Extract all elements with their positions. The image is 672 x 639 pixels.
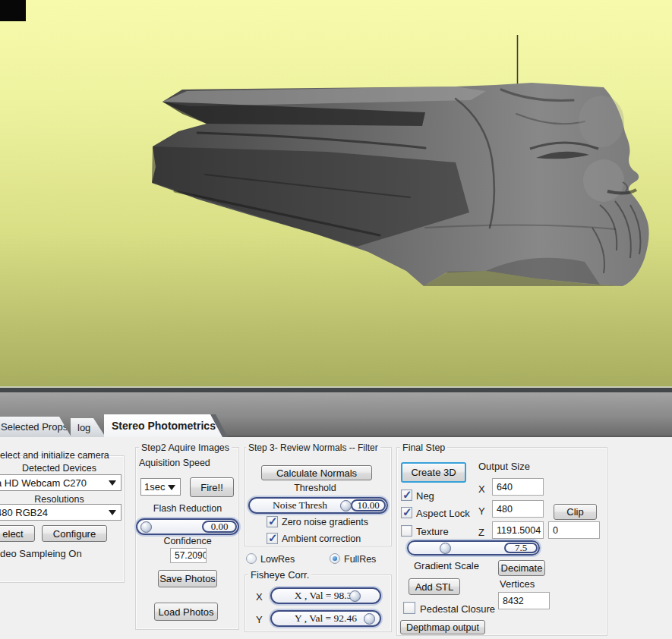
select-button[interactable]: elect (0, 525, 35, 542)
gradient-scale-slider[interactable]: 7.5 (407, 540, 540, 556)
button-label: Load Photos (158, 606, 213, 618)
detected-devices-label: Detected Devices (6, 463, 112, 474)
fullres-label: FullRes (344, 554, 376, 565)
flash-reduction-label: Flash Reduction (138, 503, 237, 514)
3d-face-mesh (144, 27, 672, 387)
neg-checkbox[interactable] (401, 489, 412, 501)
fisheye-x-slider[interactable]: X , Val = 98.33 (270, 587, 381, 604)
device-combobox[interactable]: a HD Webcam C270 (0, 474, 121, 491)
calculate-normals-button[interactable]: Calculate Normals (261, 465, 372, 480)
ambient-correction-label: Ambient correction (282, 534, 361, 544)
step2-title: Step2 Aquire Images (139, 442, 232, 453)
3d-viewport[interactable] (0, 0, 672, 386)
tab-selected-props[interactable]: Selected Props (0, 417, 71, 437)
fisheye-y-label: Y (256, 614, 263, 625)
slider-value: 10.00 (351, 499, 386, 512)
fullres-radio[interactable] (330, 553, 340, 564)
camera-panel-title: elect and initialize camera (0, 450, 109, 461)
aspect-lock-label: Aspect Lock (416, 508, 470, 519)
pedestal-closure-checkbox[interactable] (403, 602, 415, 614)
video-sampling-status: deo Sampleing On (0, 548, 82, 559)
slider-label: X , Val = 98.33 (272, 590, 380, 602)
aspect-lock-checkbox[interactable] (401, 507, 412, 518)
noise-threshold-slider[interactable]: Noise Thresh 10.00 (248, 497, 388, 514)
resolution-value: 480 RGB24 (0, 507, 48, 518)
slider-thumb[interactable] (364, 613, 375, 625)
slider-thumb[interactable] (140, 521, 152, 533)
lowres-radio[interactable] (246, 553, 257, 564)
button-label: Decimate (501, 562, 543, 574)
fire-button[interactable]: Fire!! (190, 477, 234, 497)
lowres-label: LowRes (260, 554, 295, 565)
application-window: Selected Props log Stereo Photometrics e… (0, 0, 672, 639)
clip-value-field[interactable]: 0 (548, 521, 600, 539)
tab-label: Selected Props (1, 421, 68, 433)
output-size-label: Output Size (478, 461, 530, 472)
output-x-field[interactable]: 640 (492, 478, 544, 496)
button-label: Create 3D (411, 467, 456, 478)
step3-title: Step 3- Review Normals -- Filter (246, 442, 380, 453)
save-photos-button[interactable]: Save Photos (158, 570, 217, 587)
add-stl-button[interactable]: Add STL (409, 578, 460, 595)
button-label: Configure (53, 528, 96, 540)
configure-button[interactable]: Configure (42, 525, 107, 542)
pedestal-closure-label: Pedestal Closure (420, 603, 495, 615)
button-label: Depthmap output (406, 622, 479, 633)
speed-combobox[interactable]: 1sec (140, 478, 181, 496)
slider-thumb[interactable] (440, 543, 451, 554)
confidence-label: Confidence (138, 536, 237, 546)
button-label: Calculate Normals (276, 467, 357, 479)
confidence-field[interactable]: 57.2090 (170, 548, 207, 563)
decimate-button[interactable]: Decimate (498, 560, 545, 576)
slider-label: Noise Thresh (250, 499, 350, 512)
load-photos-button[interactable]: Load Photos (154, 603, 218, 621)
threshold-label: Threshold (258, 483, 372, 493)
button-label: Save Photos (159, 573, 216, 584)
acquisition-speed-label: Aquisition Speed (139, 458, 210, 468)
clip-button[interactable]: Clip (554, 504, 597, 520)
resolutions-label: Resolutions (6, 494, 112, 505)
flash-reduction-slider[interactable]: 0.00 (136, 518, 239, 535)
fisheye-x-label: X (256, 591, 263, 603)
slider-thumb[interactable] (340, 500, 352, 512)
tab-stereo-photometrics[interactable]: Stereo Photometrics (104, 414, 222, 437)
slider-thumb[interactable] (349, 590, 361, 602)
fisheye-title: Fisheye Corr. (248, 569, 311, 581)
vertices-field[interactable]: 8432 (498, 592, 550, 609)
dropdown-arrow-icon (109, 510, 116, 515)
device-value: a HD Webcam C270 (0, 477, 87, 489)
output-y-label: Y (478, 505, 485, 517)
final-step-title: Final Step (400, 442, 447, 453)
ambient-correction-checkbox[interactable] (267, 533, 278, 544)
output-x-label: X (478, 483, 485, 495)
output-z-field[interactable]: 1191.5004 (492, 521, 544, 539)
output-y-field[interactable]: 480 (492, 500, 544, 518)
depthmap-output-button[interactable]: Depthmap output (400, 620, 485, 634)
fisheye-y-slider[interactable]: Y , Val = 92.46 (270, 610, 381, 627)
tabstrip-upper (0, 392, 672, 414)
neg-label: Neg (416, 490, 434, 502)
gradient-scale-label: Gradient Scale (414, 560, 479, 571)
zero-noise-gradients-checkbox[interactable] (267, 516, 278, 527)
slider-value: 7.5 (504, 543, 538, 553)
dropdown-arrow-icon (168, 485, 175, 490)
button-label: Fire!! (200, 482, 223, 493)
button-label: elect (2, 528, 23, 540)
create-3d-button[interactable]: Create 3D (401, 462, 466, 483)
speed-value: 1sec (144, 481, 165, 493)
vertices-label: Vertices (500, 578, 535, 590)
button-label: Clip (566, 506, 583, 518)
slider-value: 0.00 (202, 521, 237, 533)
button-label: Add STL (415, 581, 454, 593)
output-z-label: Z (478, 527, 484, 538)
tab-label: Stereo Photometrics (112, 420, 216, 432)
zero-noise-gradients-label: Zero noise gradients (282, 517, 368, 527)
dropdown-arrow-icon (109, 480, 116, 486)
resolution-combobox[interactable]: 480 RGB24 (0, 504, 121, 521)
texture-checkbox[interactable] (401, 525, 412, 537)
tab-label: log (77, 422, 90, 433)
texture-label: Texture (416, 526, 449, 537)
black-corner-artifact (0, 0, 26, 21)
